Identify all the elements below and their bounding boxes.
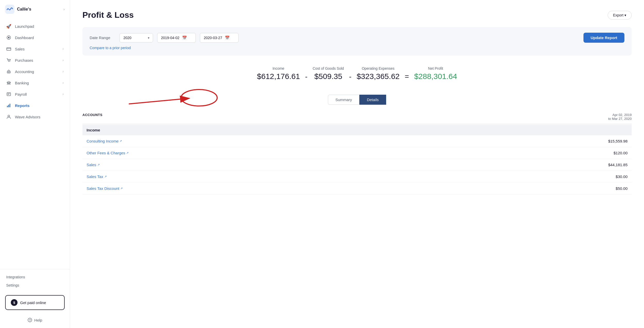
- reports-icon: [6, 103, 11, 108]
- svg-point-19: [181, 90, 217, 106]
- date-start-input[interactable]: 2019-04-02 📅: [157, 33, 196, 43]
- summary-row: Income $612,176.61 - Cost of Goods Sold …: [82, 64, 632, 83]
- svg-rect-13: [10, 104, 10, 107]
- chevron-icon: ›: [63, 70, 64, 73]
- date-end-input[interactable]: 2020-03-27 📅: [200, 33, 239, 43]
- sidebar-item-wave-advisors[interactable]: Wave Advisors: [0, 111, 70, 122]
- banking-icon: [6, 80, 11, 85]
- opex-summary: Operating Expenses $323,365.62: [357, 66, 400, 81]
- sidebar-item-launchpad[interactable]: 🚀 Launchpad: [0, 21, 70, 32]
- sidebar-chevron-icon: ›: [63, 7, 65, 11]
- sidebar-item-label: Accounting: [15, 69, 34, 74]
- date-range-line1: Apr 02, 2019: [608, 113, 632, 117]
- sidebar-item-reports[interactable]: Reports: [0, 100, 70, 111]
- external-link-icon: ↗: [120, 187, 123, 190]
- svg-rect-3: [7, 48, 11, 50]
- integrations-link[interactable]: Integrations: [6, 273, 64, 281]
- svg-point-5: [10, 61, 10, 62]
- opex-value: $323,365.62: [357, 72, 400, 81]
- settings-link[interactable]: Settings: [6, 282, 64, 289]
- accounts-date-range: Apr 02, 2019 to Mar 27, 2020: [608, 113, 632, 121]
- export-button[interactable]: Export ▾: [608, 11, 632, 20]
- sidebar-item-label: Payroll: [15, 92, 27, 96]
- list-item: Other Fees & Charges ↗ $120.00: [82, 147, 632, 159]
- summary-tab[interactable]: Summary: [328, 95, 359, 105]
- sidebar-item-label: Banking: [15, 81, 29, 85]
- sidebar-item-label: Reports: [15, 103, 30, 108]
- details-tab[interactable]: Details: [359, 95, 386, 105]
- sales-tax-value: $30.00: [616, 174, 628, 179]
- date-range-select[interactable]: 2020: [120, 33, 153, 42]
- sales-tax-link[interactable]: Sales Tax ↗: [87, 174, 107, 179]
- list-item: Sales Tax ↗ $30.00: [82, 171, 632, 183]
- income-label: Income: [257, 66, 300, 70]
- sidebar-item-label: Purchases: [15, 58, 33, 63]
- page-title: Profit & Loss: [82, 10, 134, 20]
- income-summary: Income $612,176.61: [257, 66, 300, 81]
- accounts-title: ACCOUNTS: [82, 113, 103, 117]
- purchases-icon: [6, 58, 11, 63]
- svg-rect-9: [10, 83, 10, 84]
- cogs-value: $509.35: [313, 72, 344, 81]
- sidebar-divider: [0, 269, 70, 269]
- sidebar-nav: 🚀 Launchpad Dashboard Sales › Purchases …: [0, 19, 70, 267]
- compare-link[interactable]: Compare to a prior period: [90, 46, 624, 50]
- filter-row: Date Range 2020 2019-04-02 📅 2020-03-27 …: [90, 33, 624, 43]
- sidebar-item-sales[interactable]: Sales ›: [0, 43, 70, 55]
- get-paid-label: Get paid online: [20, 300, 46, 305]
- sidebar-item-payroll[interactable]: Payroll ›: [0, 88, 70, 100]
- sales-icon: [6, 46, 11, 51]
- net-profit-summary: Net Profit $288,301.64: [414, 66, 457, 81]
- help-circle-icon: ?: [28, 318, 32, 322]
- svg-rect-11: [7, 106, 8, 107]
- equals-operator: =: [405, 73, 409, 81]
- external-link-icon: ↗: [126, 151, 129, 155]
- sales-tax-discount-value: $50.00: [616, 186, 628, 191]
- minus-operator-2: -: [349, 73, 351, 81]
- other-fees-link[interactable]: Other Fees & Charges ↗: [87, 151, 129, 155]
- sidebar-footer-links: Integrations Settings: [0, 271, 70, 291]
- sidebar: Callie's › 🚀 Launchpad Dashboard Sales ›…: [0, 0, 70, 328]
- sidebar-item-accounting[interactable]: Accounting ›: [0, 66, 70, 77]
- svg-point-4: [8, 61, 9, 62]
- chevron-icon: ›: [63, 58, 64, 62]
- chevron-icon: ›: [63, 81, 64, 85]
- sidebar-header: Callie's ›: [0, 0, 70, 19]
- income-group-header: Income: [82, 125, 632, 135]
- consulting-income-link[interactable]: Consulting Income ↗: [87, 139, 122, 143]
- tabs-container: Summary Details: [82, 91, 632, 107]
- accounting-icon: [6, 69, 11, 74]
- sidebar-item-label: Wave Advisors: [15, 115, 40, 119]
- cogs-label: Cost of Goods Sold: [313, 66, 344, 70]
- help-button[interactable]: ? Help: [0, 314, 70, 326]
- svg-line-18: [129, 98, 189, 104]
- list-item: Consulting Income ↗ $15,559.98: [82, 135, 632, 147]
- date-range-select-wrapper: 2020: [120, 33, 153, 42]
- sidebar-item-label: Dashboard: [15, 36, 34, 40]
- svg-rect-10: [7, 93, 11, 96]
- sidebar-item-dashboard[interactable]: Dashboard: [0, 32, 70, 43]
- sidebar-item-label: Sales: [15, 47, 25, 51]
- wave-logo-icon: [5, 5, 14, 14]
- sidebar-item-label: Launchpad: [15, 24, 34, 29]
- update-report-button[interactable]: Update Report: [583, 33, 624, 43]
- external-link-icon: ↗: [104, 175, 107, 178]
- sidebar-item-banking[interactable]: Banking ›: [0, 77, 70, 88]
- main-header: Profit & Loss Export ▾: [82, 10, 632, 20]
- sidebar-item-purchases[interactable]: Purchases ›: [0, 55, 70, 66]
- net-profit-value: $288,301.64: [414, 72, 457, 81]
- accounts-header-row: ACCOUNTS Apr 02, 2019 to Mar 27, 2020: [82, 113, 632, 124]
- income-value: $612,176.61: [257, 72, 300, 81]
- get-paid-button[interactable]: $ Get paid online: [5, 295, 65, 310]
- sidebar-logo[interactable]: Callie's: [5, 5, 31, 14]
- cogs-summary: Cost of Goods Sold $509.35: [313, 66, 344, 81]
- company-name: Callie's: [17, 7, 31, 12]
- dashboard-icon: [6, 35, 11, 40]
- sales-link[interactable]: Sales ↗: [87, 163, 100, 167]
- calendar-icon: 📅: [182, 36, 187, 40]
- net-profit-label: Net Profit: [414, 66, 457, 70]
- payroll-icon: [6, 92, 11, 97]
- svg-point-2: [8, 37, 10, 38]
- minus-operator-1: -: [305, 73, 307, 81]
- sales-tax-discount-link[interactable]: Sales Tax Discount ↗: [87, 186, 123, 191]
